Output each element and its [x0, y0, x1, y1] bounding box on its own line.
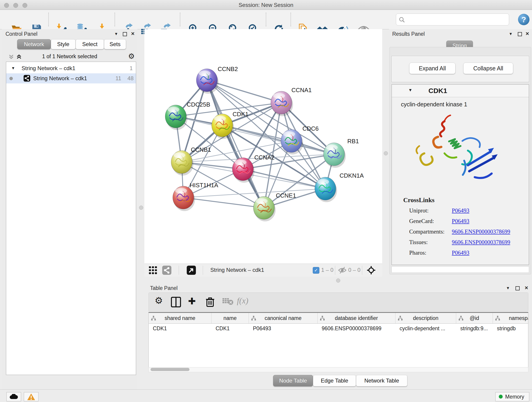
- graph-edge-CCNE1-HIST1H1A[interactable]: [183, 198, 264, 208]
- expand-all-button[interactable]: Expand All: [409, 63, 456, 74]
- delete-column-trash-icon[interactable]: [205, 297, 216, 307]
- separator: [179, 266, 179, 275]
- node-table: shared namenamecanonical namedatabase id…: [148, 312, 528, 368]
- selected-checkbox-icon[interactable]: ✓: [313, 267, 319, 274]
- crosslink-value-link[interactable]: P06493: [452, 207, 469, 214]
- graph-node-CCNA1[interactable]: [271, 91, 293, 116]
- crosslink-value-link[interactable]: P06493: [452, 218, 469, 224]
- crosslink-label: Tissues:: [409, 239, 428, 245]
- main-toolbar: ?: [0, 10, 532, 29]
- graph-edge-CCNA2-CDKN1A[interactable]: [243, 169, 325, 189]
- panel-close-icon[interactable]: ✕: [525, 32, 529, 36]
- protein-description: cyclin-dependent kinase 1: [401, 101, 467, 108]
- tab-network-table[interactable]: Network Table: [356, 375, 407, 386]
- crosslink-label: Uniprot:: [409, 207, 429, 214]
- tab-style[interactable]: Style: [51, 39, 76, 49]
- column-namespace-icon: [251, 316, 256, 320]
- graph-node-RB1[interactable]: [323, 143, 346, 168]
- birds-eye-view-icon[interactable]: [187, 266, 196, 275]
- network-graph[interactable]: CCNB2CCNA1CDC25BCDK1CDC6RB1CCNB1CCNA2CDK…: [144, 29, 382, 264]
- column-header-database-identifier[interactable]: database identifier: [317, 313, 395, 323]
- panel-menu-icon[interactable]: ▾: [510, 32, 512, 36]
- column-header-canonical-name[interactable]: canonical name: [249, 313, 317, 323]
- crosslink-row: Compartments:9606.ENSP00000378699: [392, 227, 529, 237]
- fit-content-crosshair-icon[interactable]: [367, 266, 376, 276]
- column-header--id[interactable]: @id: [456, 313, 493, 323]
- title-bar: Session: New Session: [0, 0, 532, 10]
- table-cell: CDK1: [149, 323, 211, 333]
- table-row[interactable]: CDK1CDK1P064939606.ENSP00000378699cyclin…: [149, 323, 528, 333]
- panel-close-icon[interactable]: ✕: [131, 32, 135, 36]
- control-panel-title: Control Panel: [6, 31, 37, 37]
- column-header-description[interactable]: description: [395, 313, 456, 323]
- add-column-icon[interactable]: ✚: [188, 296, 196, 306]
- search-input[interactable]: [407, 15, 506, 24]
- tab-node-table[interactable]: Node Table: [273, 375, 313, 386]
- tab-edge-table[interactable]: Edge Table: [313, 375, 356, 386]
- graph-node-CDK1[interactable]: [212, 114, 234, 139]
- show-columns-icon[interactable]: [171, 297, 181, 307]
- collapse-all-button[interactable]: Collapse All: [463, 63, 513, 74]
- graph-node-CCNE1[interactable]: [253, 196, 276, 221]
- memory-label: Memory: [505, 394, 524, 400]
- crosslink-row: Uniprot:P06493: [392, 206, 529, 216]
- graph-node-CCNA2[interactable]: [232, 158, 254, 183]
- column-namespace-icon: [458, 316, 463, 320]
- help-icon[interactable]: ?: [518, 14, 530, 25]
- results-scrollbar-track[interactable]: [392, 266, 529, 273]
- tab-network[interactable]: Network: [17, 39, 51, 49]
- crosslink-label: Pharos:: [409, 249, 426, 256]
- crosslink-label: Compartments:: [409, 229, 444, 235]
- cloud-button[interactable]: [6, 392, 21, 401]
- panel-float-icon[interactable]: [515, 286, 520, 290]
- column-header-name[interactable]: name: [211, 313, 249, 323]
- bottom-splitter-handle[interactable]: [336, 279, 340, 283]
- crosslink-value-link[interactable]: 9606.ENSP00000378699: [452, 229, 510, 235]
- table-cell: P06493: [249, 323, 317, 333]
- network-tree: ▼ String Network – cdk1 1 String Network…: [6, 62, 136, 375]
- control-panel: Control Panel ▾ ✕ NetworkStyleSelectSets…: [2, 29, 138, 389]
- right-splitter-handle[interactable]: [384, 151, 388, 155]
- graph-node-label-CCNB2: CCNB2: [218, 65, 238, 72]
- network-collection-row[interactable]: ▼ String Network – cdk1 1: [6, 63, 136, 73]
- graph-edge-CCNB2-CCNE1[interactable]: [207, 80, 264, 208]
- graph-node-CDC25B[interactable]: [165, 105, 187, 130]
- left-splitter-handle[interactable]: [139, 206, 143, 210]
- memory-button[interactable]: Memory: [495, 392, 529, 401]
- grid-view-icon[interactable]: [149, 266, 157, 275]
- crosslinks-title: CrossLinks: [403, 196, 434, 204]
- panel-menu-icon[interactable]: ▾: [507, 286, 509, 290]
- network-row-selected[interactable]: String Network – cdk1 11 48: [6, 73, 136, 83]
- table-cell: 9606.ENSP00000378699: [317, 323, 395, 333]
- column-header-shared-name[interactable]: shared name: [149, 313, 211, 323]
- panel-float-icon[interactable]: [123, 32, 127, 36]
- warnings-button[interactable]: [24, 392, 38, 401]
- function-builder-icon[interactable]: f(x): [237, 296, 248, 306]
- network-selection-summary: 1 of 1 Network selected: [2, 53, 138, 60]
- graph-node-CDKN1A[interactable]: [315, 177, 337, 202]
- tab-select[interactable]: Select: [76, 39, 104, 49]
- protein-accordion-header[interactable]: ▼ CDK1: [392, 85, 529, 97]
- panel-close-icon[interactable]: ✕: [525, 286, 528, 290]
- crosslink-value-link[interactable]: 9606.ENSP00000378699: [452, 239, 510, 245]
- tree-expanded-icon[interactable]: ▼: [11, 66, 15, 70]
- graph-node-HIST1H1A[interactable]: [173, 186, 195, 211]
- column-header-namespace[interactable]: namespace: [493, 313, 528, 323]
- network-edge-count: 48: [127, 75, 133, 82]
- network-options-gear-icon[interactable]: ⚙: [128, 52, 135, 60]
- crosslink-value-link[interactable]: P06493: [452, 249, 469, 256]
- graph-node-CCNB2[interactable]: [196, 69, 219, 94]
- table-hscrollbar-thumb[interactable]: [151, 368, 190, 371]
- column-header-label: @id: [470, 315, 479, 321]
- tab-sets[interactable]: Sets: [104, 39, 126, 49]
- table-hscrollbar[interactable]: [148, 367, 528, 372]
- protein-structure-image: [410, 108, 511, 192]
- delete-table-icon[interactable]: [222, 297, 233, 307]
- expand-collapse-box: Expand All Collapse All: [392, 56, 529, 82]
- panel-float-icon[interactable]: [518, 32, 522, 36]
- graph-node-label-CCNE1: CCNE1: [276, 192, 296, 199]
- network-share-view-icon[interactable]: [162, 266, 171, 275]
- panel-menu-icon[interactable]: ▾: [115, 32, 117, 36]
- table-options-gear-icon[interactable]: ⚙: [155, 297, 163, 304]
- toolbar-separator: [266, 13, 266, 26]
